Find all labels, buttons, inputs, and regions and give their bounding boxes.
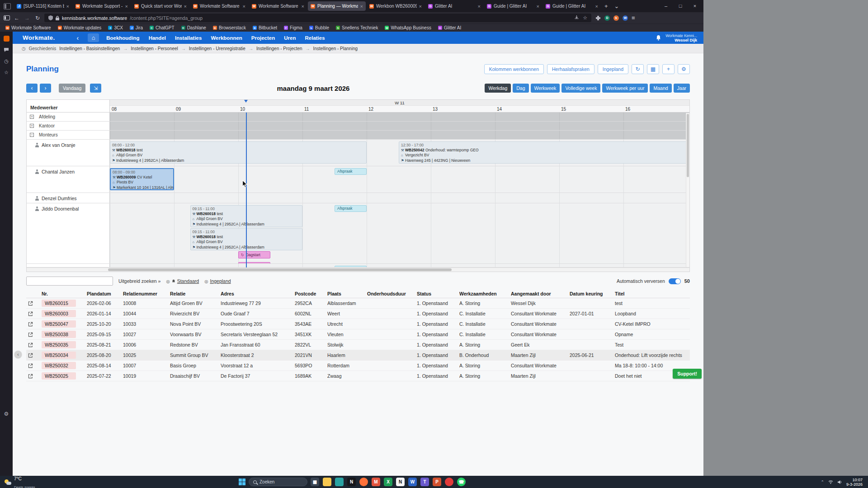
employee-cell[interactable]: Chantal Janzen	[27, 166, 110, 192]
browser-tab[interactable]: WWorkmate Support - Wachtrijen×	[73, 1, 131, 11]
column-header[interactable]: Nr.	[42, 291, 87, 296]
collapse-panel-arrow[interactable]: ‹	[14, 351, 22, 358]
column-header[interactable]: Relatienummer	[123, 291, 170, 296]
appointment-block[interactable]: Afspraak	[335, 205, 367, 212]
volume-icon[interactable]	[837, 480, 842, 484]
tab-close-icon[interactable]: ×	[66, 4, 69, 9]
employee-grid[interactable]: Afspraak	[110, 264, 689, 267]
start-button[interactable]	[239, 479, 245, 485]
refresh-icon[interactable]: ↻	[632, 64, 644, 74]
search-input[interactable]	[26, 277, 113, 286]
employee-grid[interactable]: 08:00 - 12:00⚒WB260018 test⌂Altijd Groen…	[110, 140, 689, 166]
bookmark-item[interactable]: WWhatsApp Business	[385, 25, 431, 30]
open-workorder-icon[interactable]	[26, 311, 42, 316]
employee-cell[interactable]: Denzel Dumfries	[27, 193, 110, 203]
dagstart-block[interactable]: ↻Dagstart	[238, 262, 270, 263]
powerpoint-icon[interactable]: P	[433, 478, 441, 486]
appointment-block[interactable]: Afspraak	[335, 266, 367, 267]
new-tab-button[interactable]: +	[601, 3, 611, 9]
open-workorder-icon[interactable]	[26, 301, 42, 306]
settings-icon[interactable]: ⚙	[678, 64, 690, 74]
extension-icon[interactable]: b	[613, 15, 619, 21]
column-header[interactable]: Plandatum	[87, 291, 123, 296]
sidebar-history-icon[interactable]: ◷	[4, 58, 9, 64]
tab-close-icon[interactable]: ×	[243, 4, 245, 9]
employee-grid[interactable]: 09:15 - 11:00⚒WB260018 test⌂Altijd Groen…	[110, 203, 689, 263]
bookmark-item[interactable]: SSnellens Techniek	[336, 25, 378, 30]
notifications-bell-icon[interactable]	[656, 35, 661, 41]
bookmark-item[interactable]: 33CX	[108, 25, 123, 30]
store-icon[interactable]	[335, 478, 344, 486]
employee-cell[interactable]: Alex van Oranje	[27, 140, 110, 166]
plus-icon[interactable]: +	[662, 64, 675, 74]
reload-button[interactable]: ↻	[34, 15, 41, 21]
nav-item-handel[interactable]: Handel	[149, 35, 166, 41]
firefox-view-icon[interactable]	[4, 3, 11, 9]
tab-close-icon[interactable]: ×	[595, 4, 598, 9]
tab-close-icon[interactable]: ×	[419, 4, 422, 9]
action-button[interactable]: Kolommen werkbonnen	[484, 64, 544, 74]
employee-grid[interactable]	[110, 193, 689, 203]
sidebar-firefox-view-icon[interactable]	[4, 36, 9, 42]
open-workorder-icon[interactable]	[26, 363, 42, 368]
dagstart-block[interactable]: ↻Dagstart	[238, 251, 270, 258]
open-workorder-icon[interactable]	[26, 343, 42, 347]
taskbar-search[interactable]: Zoeken	[249, 478, 307, 486]
whatsapp-icon[interactable]: ☎	[457, 478, 466, 486]
dashlane-extension-icon[interactable]: D	[604, 15, 610, 21]
column-header[interactable]: Onderhoudsduur	[367, 291, 417, 296]
profile-icon[interactable]: W	[623, 15, 628, 21]
bookmark-item[interactable]: FFigma	[284, 25, 302, 30]
event-block[interactable]: 08:00 - 12:00⚒WB260018 test⌂Altijd Groen…	[110, 141, 367, 164]
view-werkweek-per-uur[interactable]: Werkweek per uur	[602, 84, 648, 93]
bookmark-item[interactable]: GGlitter AI	[438, 25, 461, 30]
open-workorder-icon[interactable]	[26, 353, 42, 358]
workorder-row[interactable]: WB2500342025-08-2010025Summit Group BVKl…	[26, 350, 690, 361]
event-block[interactable]: 08:00 - 09:00⚒WB260009 CV Ketel⌂Pivots B…	[110, 168, 174, 190]
collapse-menu-icon[interactable]: ‹	[76, 35, 79, 41]
appointment-block[interactable]: Afspraak	[335, 168, 367, 175]
maximize-button[interactable]: □	[674, 0, 687, 12]
browser-tab[interactable]: WWorkmate Software B.V.×	[249, 1, 307, 11]
expand-toggle-icon[interactable]: +	[30, 124, 34, 128]
tab-close-icon[interactable]: ×	[184, 4, 187, 9]
file-explorer-icon[interactable]	[323, 478, 331, 486]
support-button[interactable]: Support!	[673, 369, 702, 379]
bookmark-item[interactable]: JJira	[130, 25, 143, 30]
bookmark-item[interactable]: WWorkmate updates	[58, 25, 102, 30]
breadcrumb-item[interactable]: Instellingen - Planning	[313, 46, 358, 51]
browser-icon[interactable]	[445, 478, 453, 486]
bookmark-item[interactable]: BBrowserstack	[213, 25, 246, 30]
column-header[interactable]: Status	[417, 291, 459, 296]
bookmark-star-icon[interactable]: ☆	[583, 15, 587, 21]
account-info[interactable]: Workmate Kenni... Wessel Dijk	[665, 33, 697, 42]
open-workorder-icon[interactable]	[26, 374, 42, 379]
planned-filter-label[interactable]: Ingepland	[210, 278, 231, 284]
list-tabs-icon[interactable]: ⌄	[611, 3, 623, 9]
nav-item-projecten[interactable]: Projecten	[251, 35, 275, 41]
action-button[interactable]: Herhaalafspraken	[547, 64, 594, 74]
taskbar-clock[interactable]: 10:07 9-3-2026	[846, 478, 863, 487]
tab-close-icon[interactable]: ×	[478, 4, 481, 9]
workorder-row[interactable]: WB2500382025-09-1510027Voorwaarts BVSecr…	[26, 329, 690, 340]
view-maand[interactable]: Maand	[650, 84, 671, 93]
browser-tab[interactable]: WWorkmate Software B.V.×	[190, 1, 248, 11]
breadcrumb-item[interactable]: Instellingen - Projecten	[256, 46, 302, 51]
workorder-row[interactable]: WB2600032026-01-1410044Rivierzicht BVOud…	[26, 309, 690, 319]
sidebar-toggle-icon[interactable]	[4, 15, 10, 20]
browser-tab[interactable]: WPlanning — Workmate Kennisba...×	[308, 1, 366, 11]
column-header[interactable]: Werkzaamheden	[459, 291, 511, 296]
column-header[interactable]: Postcode	[295, 291, 327, 296]
notes-icon[interactable]: N	[396, 478, 405, 486]
shield-icon[interactable]	[48, 15, 53, 20]
workorder-row[interactable]: WB2600152026-02-0610008Altijd Groen BVIn…	[26, 298, 690, 309]
home-button[interactable]: ⌂	[88, 33, 99, 42]
breadcrumb-item[interactable]: Instellingen - Personeel	[131, 46, 178, 51]
wifi-icon[interactable]	[828, 480, 833, 484]
open-workorder-icon[interactable]	[26, 332, 42, 337]
menu-icon[interactable]: ≡	[632, 14, 635, 21]
hidden-icons-chevron[interactable]: ⌃	[821, 480, 824, 484]
advanced-search-link[interactable]: Uitgebreid zoeken »	[118, 278, 160, 284]
nav-item-uren[interactable]: Uren	[284, 35, 296, 41]
teams-icon[interactable]: T	[420, 478, 429, 486]
